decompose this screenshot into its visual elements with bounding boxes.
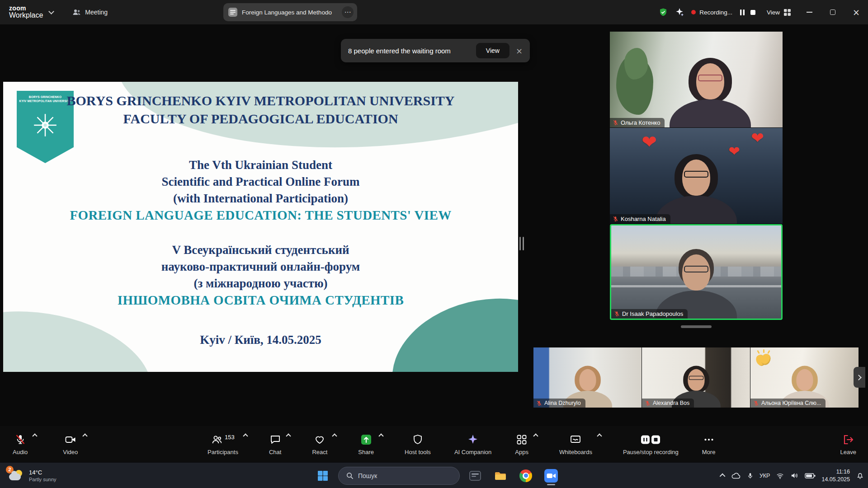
tab-shared-document[interactable]: Foreign Languages and Methodo ⋯ [223, 3, 357, 21]
video-options-chevron-icon[interactable] [83, 433, 88, 438]
file-explorer-icon[interactable] [491, 466, 510, 486]
video-tile-olha-kotenko[interactable]: Ольга Котенко [610, 32, 783, 127]
wifi-icon[interactable] [776, 472, 784, 479]
chrome-icon[interactable] [516, 466, 536, 486]
whiteboards-button[interactable]: Whiteboards [557, 426, 601, 462]
titlebar: zoom Workplace Meeting Foreign Languages… [0, 0, 868, 24]
stop-recording-button[interactable] [748, 7, 759, 18]
zoom-meeting-window: zoom Workplace Meeting Foreign Languages… [0, 0, 868, 488]
volume-icon[interactable] [790, 472, 799, 479]
forum-en-line1: The Vth Ukrainian Student [3, 157, 518, 174]
ai-sparkle-icon[interactable] [675, 8, 684, 17]
host-tools-button[interactable]: Host tools [403, 426, 433, 462]
forum-uk-title: ІНШОМОВНА ОСВІТА ОЧИМА СТУДЕНТІВ [3, 292, 518, 309]
onedrive-cloud-icon[interactable] [731, 472, 741, 479]
view-label: View [767, 9, 780, 16]
pause-stop-recording-button[interactable]: Pause/stop recording [621, 426, 680, 462]
temperature: 14°C [29, 469, 57, 477]
chat-options-chevron-icon[interactable] [286, 433, 291, 438]
notification-close-icon[interactable]: × [516, 46, 523, 56]
share-resize-handle[interactable] [519, 236, 525, 251]
participant-video-person [656, 55, 764, 127]
participant-name: Kosharna Natalia [621, 216, 666, 222]
video-tile-alina-dzhurylo[interactable]: Alina Dzhurylo [533, 347, 642, 408]
start-button[interactable] [313, 466, 333, 486]
participants-button[interactable]: 153 Participants [206, 426, 247, 462]
window-app-icon [468, 469, 482, 483]
more-ellipsis-icon [703, 434, 715, 446]
react-button[interactable]: React [310, 426, 336, 462]
mic-muted-icon [613, 216, 618, 222]
zoom-app-icon[interactable] [541, 466, 561, 486]
apps-label: Apps [515, 449, 528, 455]
audio-button[interactable]: Audio [11, 426, 37, 462]
video-tile-isaak-papadopoulos-active-speaker[interactable]: Dr Isaak Papadopoulos [610, 224, 783, 320]
pause-recording-button[interactable] [737, 7, 748, 18]
participant-name: Alexandra Bos [653, 400, 689, 406]
weather-widget[interactable]: 2 14°C Partly sunny [5, 463, 60, 488]
chat-icon [269, 434, 281, 446]
meeting-people-icon [72, 9, 81, 16]
notification-message: 8 people entered the waiting room [348, 47, 476, 55]
taskbar-window-app-icon[interactable] [465, 466, 485, 486]
mic-muted-icon [753, 400, 759, 406]
maximize-button[interactable] [821, 0, 844, 24]
security-shield-icon[interactable] [659, 8, 668, 17]
windows-taskbar: 2 14°C Partly sunny Пош [0, 462, 868, 488]
tray-expand-chevron-icon[interactable] [721, 474, 725, 478]
battery-icon[interactable] [805, 473, 816, 479]
react-options-chevron-icon[interactable] [332, 433, 337, 438]
more-button[interactable]: More [700, 426, 717, 462]
apps-options-chevron-icon[interactable] [533, 433, 538, 438]
more-options-icon[interactable]: ⋯ [342, 6, 354, 18]
participant-video-person [642, 246, 750, 319]
react-label: React [312, 449, 327, 455]
next-participants-button[interactable] [854, 367, 865, 388]
heart-reaction-icon: ❤ [728, 143, 740, 159]
forum-uk-line1: V Всеукраїнський студентський [3, 242, 518, 258]
chat-button[interactable]: Chat [267, 426, 290, 462]
plant-decor [616, 55, 653, 115]
tab-meeting[interactable]: Meeting [72, 9, 108, 16]
forum-en-line2: Scientific and Practical Online Forum [3, 174, 518, 190]
notification-center-icon[interactable] [856, 471, 864, 480]
tray-mic-icon[interactable] [747, 472, 754, 479]
clock-time: 11:16 [821, 468, 850, 476]
audio-options-chevron-icon[interactable] [33, 433, 38, 438]
windows-logo-icon [317, 470, 329, 482]
ai-companion-sparkle-icon [467, 434, 479, 446]
participant-name-label: Dr Isaak Papadopoulos [611, 309, 688, 319]
video-panel-drag-handle[interactable] [681, 325, 712, 328]
view-button[interactable]: View [767, 9, 791, 16]
zoom-logo-text: zoom [9, 5, 43, 12]
document-icon [228, 7, 238, 17]
pause-stop-recording-icons [640, 434, 661, 446]
waiting-room-view-button[interactable]: View [476, 43, 509, 58]
chevron-down-icon[interactable] [48, 9, 54, 14]
ai-companion-button[interactable]: AI Companion [453, 426, 493, 462]
whiteboards-options-chevron-icon[interactable] [597, 433, 602, 438]
share-button[interactable]: Share [356, 426, 383, 462]
video-tile-alona[interactable]: Альона Юріївна Слю... [750, 347, 859, 408]
video-button[interactable]: Video [61, 426, 87, 462]
whiteboard-icon [570, 434, 581, 446]
keyboard-language-indicator[interactable]: УКР [760, 473, 770, 479]
active-app-indicator [547, 484, 555, 485]
leave-button[interactable]: Leave [839, 426, 858, 462]
chat-label: Chat [269, 449, 281, 455]
apps-button[interactable]: Apps [513, 426, 538, 462]
mic-muted-icon [613, 120, 618, 126]
close-button[interactable]: × [844, 0, 868, 24]
video-tile-alexandra-bos[interactable]: Alexandra Bos [642, 347, 750, 408]
minimize-button[interactable] [797, 0, 821, 24]
taskbar-search-input[interactable]: Пошук [338, 467, 460, 485]
apps-grid-icon [516, 434, 528, 446]
video-tile-kosharna-natalia[interactable]: ❤ ❤ ❤ Kosharna Natalia [610, 128, 783, 224]
video-label: Video [63, 449, 78, 455]
taskbar-clock[interactable]: 11:16 14.05.2025 [821, 468, 850, 483]
share-options-chevron-icon[interactable] [378, 433, 383, 438]
forum-uk-line3: (з міжнародною участю) [3, 275, 518, 292]
forum-en-title: FOREIGN LANGUAGE EDUCATION: THE STUDENTS… [3, 207, 518, 224]
heading-line1: BORYS GRINCHENKO KYIV METROPOLITAN UNIVE… [3, 92, 518, 110]
participants-options-chevron-icon[interactable] [243, 433, 248, 438]
